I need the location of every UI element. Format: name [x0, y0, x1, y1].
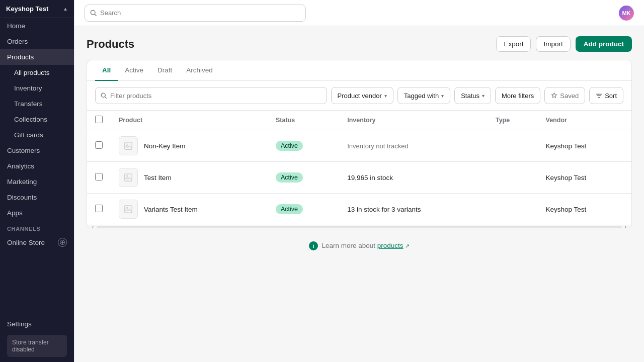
sidebar-item-label: Analytics [7, 162, 34, 170]
sidebar-item-label: Customers [7, 147, 40, 154]
product-vendor-cell: Keyshop Test [538, 162, 631, 194]
main-topbar: MK [74, 0, 644, 26]
product-inventory-cell: 19,965 in stock [339, 162, 488, 194]
table-row[interactable]: Variants Test Item Active13 in stock for… [87, 194, 631, 225]
sidebar-item-analytics[interactable]: Analytics [0, 158, 74, 174]
star-icon [551, 93, 557, 99]
sidebar-item-settings[interactable]: Settings [7, 317, 67, 331]
sidebar-item-customers[interactable]: Customers [0, 143, 74, 158]
status-badge: Active [276, 141, 303, 151]
sidebar-header-chevron: ▲ [63, 6, 68, 12]
sidebar-item-label: Inventory [14, 84, 42, 92]
more-filters-button[interactable]: More filters [495, 87, 540, 104]
status-filter[interactable]: Status ▾ [454, 87, 491, 104]
select-all-checkbox[interactable] [95, 116, 103, 123]
sidebar-item-all-products[interactable]: All products [0, 65, 74, 80]
product-image-placeholder [119, 168, 138, 187]
sidebar-item-label: Collections [14, 116, 47, 123]
tab-all[interactable]: All [95, 60, 118, 81]
tab-archived[interactable]: Archived [179, 60, 220, 81]
sidebar-item-apps[interactable]: Apps [0, 205, 74, 221]
row-checkbox[interactable] [95, 173, 103, 180]
scroll-right-icon[interactable]: › [622, 224, 629, 229]
sidebar-item-discounts[interactable]: Discounts [0, 190, 74, 205]
user-avatar[interactable]: MK [619, 6, 634, 21]
export-button[interactable]: Export [496, 36, 531, 52]
sidebar-item-label: Orders [7, 38, 28, 45]
product-inventory-cell: Inventory not tracked [339, 130, 488, 162]
sidebar-item-gift-cards[interactable]: Gift cards [0, 127, 74, 143]
row-checkbox[interactable] [95, 141, 103, 149]
info-icon: i [309, 241, 318, 250]
row-checkbox[interactable] [95, 205, 103, 212]
page-header-actions: Export Import Add product [496, 36, 632, 52]
svg-rect-3 [125, 142, 132, 149]
filter-search-input[interactable] [110, 92, 321, 100]
channel-settings-icon[interactable] [58, 238, 67, 247]
product-status-cell: Active [268, 130, 339, 162]
sidebar-header[interactable]: Keyshop Test ▲ [0, 0, 74, 18]
product-status-cell: Active [268, 194, 339, 225]
scroll-left-icon[interactable]: ‹ [89, 224, 97, 229]
table-scroll-track[interactable]: ‹ › [87, 225, 631, 229]
product-name: Variants Test Item [144, 206, 198, 213]
filters-row: Product vendor ▾ Tagged with ▾ Status ▾ … [87, 81, 631, 111]
tab-active[interactable]: Active [118, 60, 150, 81]
add-product-button[interactable]: Add product [576, 36, 632, 52]
sidebar-item-label: Discounts [7, 194, 37, 201]
sidebar-item-label: Products [7, 53, 34, 61]
svg-rect-7 [125, 206, 132, 213]
page-title: Products [87, 38, 134, 51]
product-inventory: Inventory not tracked [347, 142, 408, 150]
product-vendor-chevron-icon: ▾ [384, 93, 387, 99]
sidebar-item-label: Apps [7, 209, 23, 217]
product-type-cell [488, 162, 538, 194]
tagged-with-chevron-icon: ▾ [441, 93, 444, 99]
main-content: MK Products Export Import Add product Al… [74, 0, 644, 362]
tagged-with-filter[interactable]: Tagged with ▾ [397, 87, 450, 104]
products-link[interactable]: products [377, 242, 404, 249]
status-chevron-icon: ▾ [482, 93, 485, 99]
page-footer: i Learn more about products ↗ [87, 229, 632, 262]
global-search-bar[interactable] [85, 5, 306, 22]
page-content: Products Export Import Add product All A… [74, 26, 644, 362]
row-checkbox-cell [87, 130, 111, 162]
filter-search-icon [101, 93, 107, 99]
table-row[interactable]: Test Item Active19,965 in stockKeyshop T… [87, 162, 631, 194]
status-badge: Active [276, 172, 303, 183]
tab-draft[interactable]: Draft [150, 60, 179, 81]
sidebar-item-inventory[interactable]: Inventory [0, 80, 74, 96]
sort-button[interactable]: Sort [589, 87, 623, 104]
saved-label: Saved [560, 92, 579, 100]
sidebar-item-orders[interactable]: Orders [0, 34, 74, 49]
product-vendor-filter-label: Product vendor [338, 92, 382, 100]
sidebar-item-home[interactable]: Home [0, 18, 74, 34]
status-column-header: Status [268, 111, 339, 130]
saved-filters-button[interactable]: Saved [544, 87, 585, 104]
sidebar-item-label: All products [14, 69, 50, 76]
table-row[interactable]: Non-Key Item ActiveInventory not tracked… [87, 130, 631, 162]
product-name: Test Item [144, 174, 172, 182]
sidebar: Keyshop Test ▲ Home Orders Products All … [0, 0, 74, 362]
sidebar-item-products[interactable]: Products [0, 49, 74, 65]
products-card: All Active Draft Archived Product vendor… [87, 60, 632, 229]
sidebar-item-marketing[interactable]: Marketing [0, 174, 74, 190]
sidebar-item-transfers[interactable]: Transfers [0, 96, 74, 112]
sidebar-item-collections[interactable]: Collections [0, 112, 74, 127]
product-status-cell: Active [268, 162, 339, 194]
product-inventory: 13 in stock for 3 variants [347, 206, 421, 213]
status-filter-label: Status [461, 92, 479, 100]
search-icon [90, 10, 97, 17]
sidebar-item-online-store[interactable]: Online Store [0, 234, 74, 251]
import-button[interactable]: Import [536, 36, 570, 52]
product-filter-search[interactable] [95, 87, 327, 104]
product-vendor-filter[interactable]: Product vendor ▾ [331, 87, 393, 104]
products-tabs: All Active Draft Archived [87, 60, 631, 81]
status-badge: Active [276, 204, 303, 214]
product-type-cell [488, 194, 538, 225]
sidebar-nav: Home Orders Products All products Invent… [0, 18, 74, 312]
svg-point-8 [126, 207, 128, 209]
global-search-input[interactable] [100, 9, 300, 17]
row-checkbox-cell [87, 194, 111, 225]
sidebar-store-transfer: Store transfer disabled [7, 335, 67, 357]
